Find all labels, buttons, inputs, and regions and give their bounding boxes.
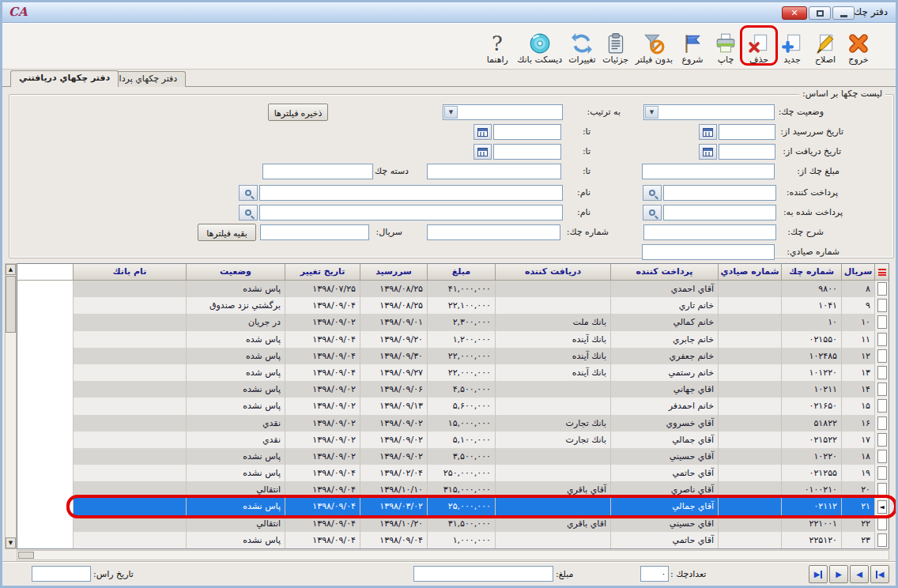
scroll-down-button[interactable]: ▼	[6, 537, 16, 548]
cell-sayadi[interactable]	[718, 398, 781, 414]
cell-serial[interactable]: ۱۸	[841, 448, 874, 465]
cell-status[interactable]: پاس شده	[186, 331, 285, 348]
cell-receiver[interactable]	[495, 381, 610, 398]
cell-receiver[interactable]: بانك آينده	[495, 331, 610, 348]
table-row[interactable]: ۱۵۰۲۱۶۵۰خانم احمدفر۵,۶۰۰,۰۰۰۱۳۹۸/۰۹/۱۳۱۳…	[17, 398, 889, 414]
toolbar-button-details[interactable]: جزئيات	[599, 24, 632, 69]
cell-status[interactable]: نقدي	[186, 432, 285, 448]
cell-changed[interactable]: ۱۳۹۸/۰۹/۰۴	[285, 297, 360, 314]
column-header-payer[interactable]: پرداخت كننده	[610, 264, 718, 281]
cell-bank[interactable]	[73, 481, 186, 498]
cell-payer[interactable]: خانم كمالي	[610, 314, 718, 330]
cell-due[interactable]: ۱۳۹۸/۰۹/۱۳	[360, 398, 427, 414]
cell-status[interactable]: پاس شده	[186, 348, 285, 364]
nav-first-button[interactable]: ◀	[870, 565, 889, 583]
cell-amount[interactable]: ۲,۳۰۰,۰۰۰	[427, 314, 495, 330]
cell-amount[interactable]: ۱,۲۰۰,۰۰۰	[427, 331, 495, 348]
window-close-button[interactable]: ✕	[782, 6, 807, 20]
cell-check_no[interactable]: ۰۲۱۵۲۲	[781, 432, 841, 448]
cell-check_no[interactable]: ۰۲۱۲۵۵	[781, 465, 841, 481]
cell-payer[interactable]: آقاي حاتمي	[610, 532, 718, 548]
paid-to-name-input[interactable]	[259, 205, 563, 220]
table-row[interactable]: ۱۰۱۰خانم كماليبانك ملت۲,۳۰۰,۰۰۰۱۳۹۸/۰۹/۰…	[17, 314, 889, 330]
cell-changed[interactable]: ۱۳۹۸/۰۹/۰۴	[285, 515, 360, 532]
cell-due[interactable]: ۱۳۹۸/۰۳/۰۲	[360, 498, 427, 514]
cell-status[interactable]: پاس نشده	[186, 448, 285, 465]
cell-sayadi[interactable]	[718, 432, 781, 448]
window-maximize-button[interactable]	[809, 6, 831, 20]
tab-receivable-checks[interactable]: دفتر چكهاي دريافتني	[10, 70, 119, 87]
row-selector-cell[interactable]	[874, 297, 889, 314]
cell-due[interactable]: ۱۳۹۸/۰۹/۰۱	[360, 314, 427, 330]
row-selector-cell[interactable]	[874, 448, 889, 465]
column-header-due[interactable]: سررسيد	[360, 264, 427, 281]
cell-sayadi[interactable]	[718, 448, 781, 465]
sayadi-number-input[interactable]	[642, 244, 775, 260]
cell-receiver[interactable]: بانك ملت	[495, 314, 610, 330]
cell-receiver[interactable]: بانك تجارت	[495, 432, 610, 448]
cell-check_no[interactable]: ۰۲۱۱۲	[781, 498, 841, 514]
cell-due[interactable]: ۱۳۹۸/۰۲/۰۴	[360, 465, 427, 481]
cell-due[interactable]: ۱۳۹۸/۰۹/۲۰	[360, 331, 427, 348]
row-selector-cell[interactable]	[874, 348, 889, 364]
row-selector-cell[interactable]	[874, 415, 889, 432]
cell-receiver[interactable]	[495, 498, 610, 514]
cell-changed[interactable]: ۱۳۹۸/۰۹/۰۲	[285, 314, 360, 330]
check-number-input[interactable]	[427, 224, 560, 240]
cell-check_no[interactable]: ۰۲۱۵۵۰	[781, 331, 841, 348]
cell-serial[interactable]: ۱۲	[841, 348, 874, 364]
cell-payer[interactable]: آقاي جمالي	[610, 498, 718, 514]
table-row[interactable]: ۱۹۰۲۱۲۵۵آقاي حاتمي۲۵۰,۰۰۰,۰۰۰۱۳۹۸/۰۲/۰۴۱…	[17, 465, 889, 481]
check-status-select[interactable]: ▼	[643, 104, 775, 120]
cell-sayadi[interactable]	[718, 281, 781, 297]
cell-status[interactable]: انتقالي	[186, 515, 285, 532]
column-header-changed[interactable]: تاريخ تغيير	[285, 264, 360, 281]
row-selector-cell[interactable]	[874, 364, 889, 381]
cell-amount[interactable]: ۴۱,۰۰۰,۰۰۰	[427, 281, 495, 297]
cell-bank[interactable]	[73, 515, 186, 532]
grid-vertical-scrollbar[interactable]: ▲ ▼	[5, 263, 17, 549]
cell-payer[interactable]: آقاي حاتمي	[610, 465, 718, 481]
cell-sayadi[interactable]	[718, 532, 781, 548]
cell-status[interactable]: پاس نشده	[186, 465, 285, 481]
due-date-from-input[interactable]	[719, 124, 775, 140]
table-row[interactable]: ۱۶۵۱۸۲۲آقاي خسرويبانك تجارت۱۵,۰۰۰,۰۰۰۱۳۹…	[17, 415, 889, 432]
table-row[interactable]: ۹۱۰۴۱خانم تاري۲۲,۱۰۰,۰۰۰۱۳۹۸/۰۸/۲۵۱۳۹۸/۰…	[17, 297, 889, 314]
cell-serial[interactable]: ۱۷	[841, 432, 874, 448]
cell-check_no[interactable]: ۱۰۱۲۲۰	[781, 364, 841, 381]
cell-changed[interactable]: ۱۳۹۸/۰۹/۰۴	[285, 348, 360, 364]
toolbar-button-delete[interactable]: حذف	[742, 24, 775, 69]
cell-changed[interactable]: ۱۳۹۸/۰۹/۰۲	[285, 415, 360, 432]
cell-due[interactable]: ۱۳۹۸/۰۹/۰۶	[360, 381, 427, 398]
toolbar-button-print[interactable]: چاپ	[709, 24, 742, 69]
scroll-up-button[interactable]: ▲	[6, 264, 16, 275]
cell-due[interactable]: ۱۳۹۸/۰۹/۰۴	[360, 532, 427, 548]
cell-check_no[interactable]: ۰۱۰۰۲۱۰	[781, 481, 841, 498]
paid-to-code-input[interactable]	[663, 205, 776, 220]
table-row[interactable]: ۲۲۲۲۱۰۰۱اقاي حسينياقاي باقري۳۱,۵۰۰,۰۰۰۱۳…	[17, 515, 889, 532]
cell-bank[interactable]	[73, 498, 186, 514]
receive-date-from-input[interactable]	[719, 144, 775, 160]
cell-amount[interactable]: ۲۲,۱۰۰,۰۰۰	[427, 297, 495, 314]
cell-check_no[interactable]: ۵۱۸۲۲	[781, 415, 841, 432]
payer-name-input[interactable]	[259, 185, 563, 201]
cell-serial[interactable]: ۱۳	[841, 364, 874, 381]
cell-payer[interactable]: خانم جابري	[610, 331, 718, 348]
cell-amount[interactable]: ۱,۰۰۰,۰۰۰	[427, 532, 495, 548]
cell-amount[interactable]: ۵,۶۰۰,۰۰۰	[427, 398, 495, 414]
cell-serial[interactable]: ۸	[841, 281, 874, 297]
row-selector-cell[interactable]	[874, 465, 889, 481]
cell-check_no[interactable]: ۹۸۰۰	[781, 281, 841, 297]
column-header-sayadi[interactable]: شماره صيادي	[718, 264, 781, 281]
cell-amount[interactable]: ۳۱,۵۰۰,۰۰۰	[427, 515, 495, 532]
cell-check_no[interactable]: ۰۲۱۶۵۰	[781, 398, 841, 414]
cell-bank[interactable]	[73, 314, 186, 330]
check-batch-input[interactable]	[262, 164, 373, 179]
column-header-check_no[interactable]: شماره چك	[781, 264, 841, 281]
cell-serial[interactable]: ۹	[841, 297, 874, 314]
cell-serial[interactable]: ۱۹	[841, 465, 874, 481]
nav-next-button[interactable]: ▶	[829, 565, 848, 583]
due-date-from-calendar-button[interactable]	[699, 124, 717, 140]
toolbar-button-edit[interactable]: اصلاح	[809, 24, 842, 69]
cell-changed[interactable]: ۱۳۹۸/۰۹/۰۲	[285, 432, 360, 448]
